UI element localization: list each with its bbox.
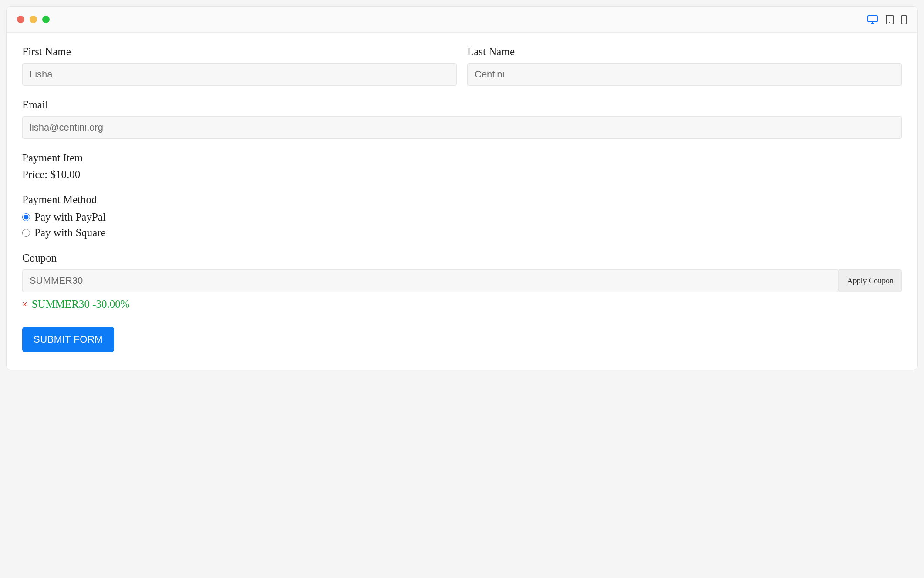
payment-option-square[interactable]: Pay with Square xyxy=(22,227,902,239)
form-body: First Name Last Name Email Payment Item … xyxy=(7,33,917,370)
coupon-input[interactable] xyxy=(22,269,839,292)
payment-item-heading: Payment Item xyxy=(22,152,902,164)
svg-rect-0 xyxy=(868,16,877,22)
window-traffic-lights xyxy=(17,16,50,23)
payment-option-square-label: Pay with Square xyxy=(34,227,106,239)
device-preview-switcher xyxy=(867,14,907,25)
preview-window: First Name Last Name Email Payment Item … xyxy=(6,6,918,370)
payment-item-price: Price: $10.00 xyxy=(22,168,902,181)
tablet-preview-icon[interactable] xyxy=(885,14,894,25)
email-input[interactable] xyxy=(22,116,902,139)
first-name-label: First Name xyxy=(22,46,457,58)
mobile-preview-icon[interactable] xyxy=(901,14,907,25)
payment-method-heading: Payment Method xyxy=(22,194,902,206)
window-close-icon[interactable] xyxy=(17,16,24,23)
email-label: Email xyxy=(22,99,902,111)
payment-radio-square[interactable] xyxy=(22,229,30,237)
remove-coupon-icon[interactable]: × xyxy=(22,300,27,309)
desktop-preview-icon[interactable] xyxy=(867,15,878,24)
apply-coupon-button[interactable]: Apply Coupon xyxy=(839,269,902,292)
coupon-label: Coupon xyxy=(22,252,902,264)
submit-button[interactable]: SUBMIT FORM xyxy=(22,327,114,352)
window-zoom-icon[interactable] xyxy=(42,16,50,23)
payment-radio-paypal[interactable] xyxy=(22,213,30,221)
last-name-input[interactable] xyxy=(467,63,902,86)
window-titlebar xyxy=(7,7,917,33)
first-name-input[interactable] xyxy=(22,63,457,86)
window-minimize-icon[interactable] xyxy=(30,16,37,23)
payment-option-paypal[interactable]: Pay with PayPal xyxy=(22,211,902,223)
applied-coupon-text: SUMMER30 -30.00% xyxy=(32,298,130,310)
last-name-label: Last Name xyxy=(467,46,902,58)
payment-option-paypal-label: Pay with PayPal xyxy=(34,211,106,223)
